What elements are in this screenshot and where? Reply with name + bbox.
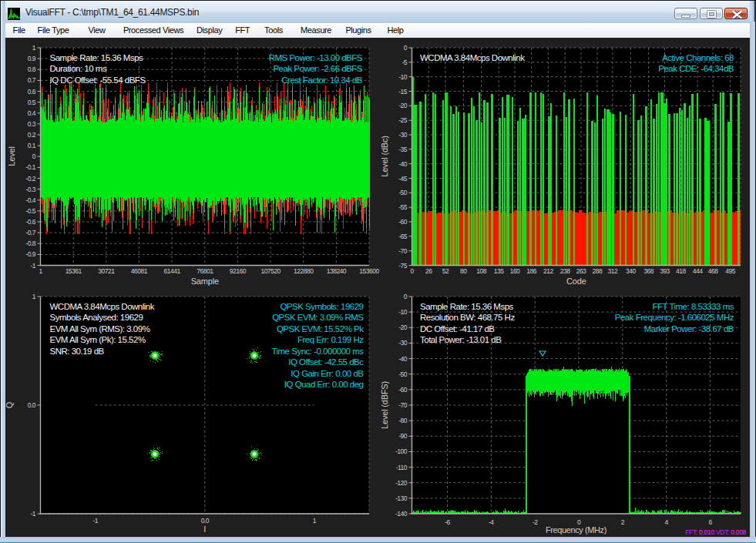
svg-text:Frequency (MHz): Frequency (MHz)	[546, 525, 606, 535]
svg-text:122880: 122880	[294, 267, 314, 275]
svg-text:IQ Gain Err: 0.00 dB: IQ Gain Err: 0.00 dB	[291, 369, 364, 378]
svg-text:SNR: 30.19 dB: SNR: 30.19 dB	[50, 347, 105, 356]
svg-text:-40: -40	[398, 160, 408, 168]
svg-text:288: 288	[593, 267, 603, 275]
svg-text:393: 393	[660, 267, 670, 275]
svg-text:-70: -70	[398, 247, 408, 255]
svg-text:-30: -30	[398, 131, 408, 139]
svg-text:138240: 138240	[327, 267, 347, 275]
svg-text:46081: 46081	[131, 267, 148, 275]
svg-text:2: 2	[621, 518, 625, 526]
svg-text:6: 6	[708, 518, 712, 526]
svg-text:EVM All Sym (RMS): 3.09%: EVM All Sym (RMS): 3.09%	[50, 324, 150, 334]
svg-text:-15: -15	[398, 88, 408, 96]
svg-text:-10: -10	[398, 308, 408, 316]
svg-text:212: 212	[543, 267, 553, 275]
svg-text:238: 238	[560, 267, 570, 275]
svg-text:WCDMA 3.84Mcps Downlink: WCDMA 3.84Mcps Downlink	[420, 53, 525, 62]
svg-text:153600: 153600	[359, 267, 379, 275]
svg-text:Sample: Sample	[191, 277, 219, 286]
svg-text:135: 135	[494, 267, 504, 275]
svg-text:Peak Frequency: -1.606025 MHz: Peak Frequency: -1.606025 MHz	[615, 313, 734, 322]
svg-text:0.1: 0.1	[28, 142, 36, 149]
svg-text:0.6: 0.6	[28, 88, 36, 96]
svg-text:-0.4: -0.4	[25, 196, 35, 204]
svg-text:Sample Rate: 15.36 Msps: Sample Rate: 15.36 Msps	[420, 302, 514, 311]
svg-text:186: 186	[526, 267, 536, 275]
svg-text:-75: -75	[398, 262, 408, 270]
svg-text:QPSK EVM: 15.52% Pk: QPSK EVM: 15.52% Pk	[277, 324, 364, 334]
svg-text:0.4: 0.4	[28, 109, 36, 117]
svg-text:0.0: 0.0	[201, 517, 210, 525]
svg-text:1: 1	[313, 517, 317, 525]
svg-text:368: 368	[643, 267, 654, 275]
svg-text:468: 468	[708, 267, 718, 275]
svg-text:IQ Offset: -42.55 dBc: IQ Offset: -42.55 dBc	[288, 357, 364, 367]
svg-text:Duration: 10 ms: Duration: 10 ms	[50, 64, 107, 73]
svg-text:Q: Q	[5, 401, 14, 408]
svg-text:-0.1: -0.1	[25, 163, 35, 171]
svg-text:444: 444	[693, 267, 703, 275]
svg-text:-50: -50	[398, 189, 408, 196]
svg-text:263: 263	[576, 267, 586, 275]
svg-text:-0.5: -0.5	[25, 207, 35, 215]
svg-text:-0.6: -0.6	[25, 218, 35, 226]
svg-text:-1: -1	[30, 510, 35, 518]
svg-text:Total Power: -13.01 dB: Total Power: -13.01 dB	[420, 335, 502, 344]
svg-text:15361: 15361	[66, 267, 82, 275]
svg-text:1: 1	[32, 293, 36, 300]
svg-text:Freq Err: 0.199 Hz: Freq Err: 0.199 Hz	[297, 335, 364, 344]
svg-text:EVM All Sym (Pk): 15.52%: EVM All Sym (Pk): 15.52%	[50, 335, 146, 344]
svg-text:DC Offset: -41.17 dB: DC Offset: -41.17 dB	[420, 324, 495, 334]
svg-text:-0.7: -0.7	[25, 229, 35, 236]
svg-text:-20: -20	[398, 102, 408, 109]
svg-text:-25: -25	[398, 116, 408, 124]
svg-text:0: 0	[410, 267, 414, 275]
svg-text:-6: -6	[445, 518, 450, 526]
svg-text:-110: -110	[396, 464, 408, 471]
svg-text:0.3: 0.3	[28, 120, 36, 128]
svg-text:0.8: 0.8	[28, 65, 36, 73]
svg-text:0.0: 0.0	[28, 401, 36, 409]
svg-text:Peak CDE: -64.34dB: Peak CDE: -64.34dB	[658, 64, 734, 73]
svg-text:FFT Time: 8.53333 ms: FFT Time: 8.53333 ms	[653, 302, 734, 311]
svg-text:1: 1	[39, 267, 42, 275]
svg-text:Symbols Analysed: 19629: Symbols Analysed: 19629	[50, 313, 143, 322]
svg-text:-140: -140	[395, 510, 408, 518]
svg-text:0: 0	[32, 153, 36, 160]
svg-text:Marker Power: -38.67 dB: Marker Power: -38.67 dB	[644, 324, 734, 334]
svg-text:107520: 107520	[260, 267, 281, 275]
svg-text:Time Sync: -0.000000 ms: Time Sync: -0.000000 ms	[271, 347, 364, 356]
svg-text:-1: -1	[93, 517, 99, 525]
svg-text:-5: -5	[402, 59, 407, 66]
svg-text:-1: -1	[30, 262, 35, 270]
svg-text:108: 108	[476, 267, 486, 275]
svg-text:418: 418	[676, 267, 686, 275]
svg-text:-35: -35	[398, 146, 408, 153]
svg-text:495: 495	[725, 267, 735, 275]
svg-text:30721: 30721	[98, 267, 115, 275]
svg-text:Active Channels: 68: Active Channels: 68	[662, 53, 734, 62]
svg-text:80: 80	[460, 267, 467, 275]
svg-text:76801: 76801	[197, 267, 213, 275]
svg-text:-80: -80	[398, 417, 408, 424]
svg-text:52: 52	[442, 267, 449, 275]
svg-text:Level (dBFS): Level (dBFS)	[380, 381, 389, 429]
svg-text:-65: -65	[398, 233, 408, 240]
svg-text:4: 4	[665, 518, 669, 526]
svg-text:92160: 92160	[230, 267, 247, 275]
svg-text:RMS Power: -13.00 dBFS: RMS Power: -13.00 dBFS	[269, 53, 363, 62]
svg-text:-90: -90	[398, 432, 408, 440]
svg-text:Peak Power: -2.66 dBFS: Peak Power: -2.66 dBFS	[273, 64, 362, 73]
svg-text:-100: -100	[395, 447, 408, 455]
svg-text:312: 312	[608, 267, 618, 275]
svg-text:I: I	[203, 525, 206, 534]
svg-text:-70: -70	[398, 401, 408, 409]
svg-text:-0.3: -0.3	[25, 186, 35, 193]
svg-text:-0.8: -0.8	[25, 240, 35, 247]
svg-text:0.2: 0.2	[28, 131, 36, 139]
svg-text:Level: Level	[7, 146, 16, 166]
svg-text:Crest Factor: 10.34 dB: Crest Factor: 10.34 dB	[281, 75, 363, 85]
svg-text:-45: -45	[398, 175, 408, 183]
svg-text:-50: -50	[398, 370, 408, 378]
